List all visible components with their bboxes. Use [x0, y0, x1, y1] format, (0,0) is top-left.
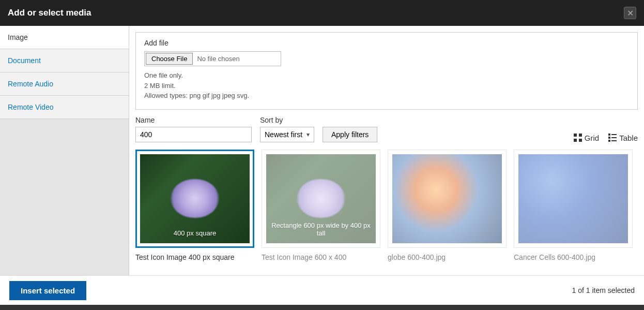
name-filter-group: Name: [135, 116, 252, 142]
grid-label: Grid: [585, 134, 599, 142]
filter-row: Name Sort by Newest first Apply filters …: [135, 116, 638, 142]
sidebar-item-label: Document: [8, 56, 41, 65]
svg-rect-4: [608, 134, 610, 136]
selection-count: 1 of 1 item selected: [572, 286, 635, 294]
svg-rect-3: [579, 139, 582, 142]
svg-rect-2: [574, 139, 577, 142]
svg-rect-9: [611, 140, 617, 141]
constraint-size: 2 MB limit.: [144, 81, 629, 91]
sort-filter-group: Sort by Newest first: [260, 116, 314, 142]
media-title: Cancer Cells 600-400.jpg: [514, 253, 633, 261]
media-item[interactable]: Rectangle 600 px wide by 400 px tall Tes…: [262, 150, 380, 261]
name-label: Name: [135, 116, 252, 124]
modal-title: Add or select media: [8, 8, 91, 18]
media-title: globe 600-400.jpg: [388, 253, 507, 261]
add-file-panel: Add file Choose File No file chosen One …: [135, 32, 638, 110]
thumb-overlay-text: Rectangle 600 px wide by 400 px tall: [266, 222, 376, 237]
constraint-one-file: One file only.: [144, 70, 629, 81]
sidebar: Image Document Remote Audio Remote Video: [0, 26, 129, 275]
table-view-toggle[interactable]: Table: [608, 134, 638, 142]
apply-filters-button[interactable]: Apply filters: [323, 127, 377, 142]
sidebar-item-label: Image: [8, 33, 28, 41]
svg-rect-7: [611, 137, 617, 138]
sort-value: Newest first: [265, 130, 302, 139]
close-button[interactable]: ✕: [624, 7, 636, 19]
media-thumb: 400 px square: [135, 150, 254, 248]
svg-rect-5: [611, 134, 617, 135]
file-input[interactable]: Choose File No file chosen: [144, 51, 281, 66]
thumb-image: 400 px square: [140, 154, 250, 243]
name-input[interactable]: [135, 127, 252, 142]
svg-rect-6: [608, 137, 610, 139]
modal-header: Add or select media ✕: [0, 0, 644, 26]
thumb-image: Rectangle 600 px wide by 400 px tall: [266, 154, 376, 243]
modal-body: Image Document Remote Audio Remote Video…: [0, 26, 644, 275]
sidebar-item-label: Remote Audio: [8, 80, 53, 88]
constraint-types: Allowed types: png gif jpg jpeg svg.: [144, 91, 629, 101]
thumb-image: [518, 154, 628, 243]
modal-footer: Insert selected 1 of 1 item selected: [0, 275, 644, 305]
sidebar-item-image[interactable]: Image: [0, 26, 129, 49]
table-icon: [608, 134, 617, 142]
insert-selected-button[interactable]: Insert selected: [9, 281, 86, 300]
sort-label: Sort by: [260, 116, 314, 124]
svg-rect-1: [579, 134, 582, 137]
media-item[interactable]: 400 px square Test Icon Image 400 px squ…: [135, 150, 254, 261]
media-thumb: [514, 150, 633, 248]
thumb-image: [392, 154, 502, 243]
table-label: Table: [619, 134, 638, 142]
media-item[interactable]: globe 600-400.jpg: [388, 150, 507, 261]
grid-view-toggle[interactable]: Grid: [574, 134, 599, 142]
add-file-label: Add file: [144, 39, 629, 47]
svg-rect-8: [608, 140, 610, 142]
media-title: Test Icon Image 600 x 400: [262, 253, 380, 261]
svg-rect-0: [574, 134, 577, 137]
media-thumb: Rectangle 600 px wide by 400 px tall: [262, 150, 380, 248]
sidebar-item-label: Remote Video: [8, 103, 53, 111]
media-title: Test Icon Image 400 px square: [135, 253, 254, 261]
close-icon: ✕: [627, 8, 634, 18]
sidebar-item-document[interactable]: Document: [0, 49, 129, 72]
choose-file-button[interactable]: Choose File: [146, 53, 193, 65]
sidebar-item-remote-video[interactable]: Remote Video: [0, 96, 129, 119]
bottom-bar: [0, 305, 644, 310]
main-panel: Add file Choose File No file chosen One …: [129, 26, 644, 275]
sort-select[interactable]: Newest first: [260, 127, 314, 142]
no-file-chosen-text: No file chosen: [197, 55, 239, 63]
media-thumb: [388, 150, 507, 248]
view-toggles: Grid Table: [574, 134, 638, 142]
grid-icon: [574, 134, 582, 142]
media-grid: 400 px square Test Icon Image 400 px squ…: [135, 150, 638, 261]
media-item[interactable]: Cancer Cells 600-400.jpg: [514, 150, 633, 261]
sidebar-item-remote-audio[interactable]: Remote Audio: [0, 72, 129, 96]
thumb-overlay-text: 400 px square: [140, 229, 250, 237]
file-constraints: One file only. 2 MB limit. Allowed types…: [144, 70, 629, 101]
